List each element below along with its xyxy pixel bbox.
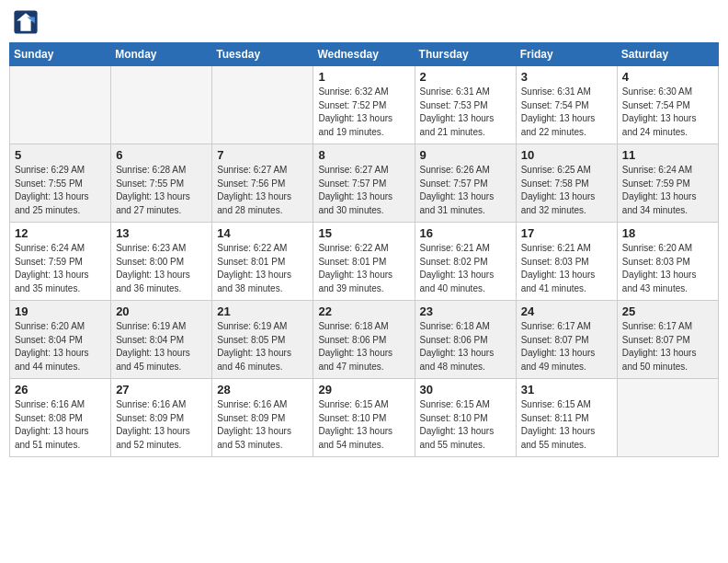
day-info: Sunrise: 6:20 AM Sunset: 8:04 PM Dayligh… (15, 320, 106, 373)
week-row: 1Sunrise: 6:32 AM Sunset: 7:52 PM Daylig… (10, 66, 719, 144)
day-cell (111, 66, 212, 144)
day-number: 4 (622, 70, 713, 84)
day-number: 17 (521, 226, 612, 240)
day-number: 31 (521, 383, 612, 396)
day-number: 14 (217, 226, 308, 240)
day-info: Sunrise: 6:24 AM Sunset: 7:59 PM Dayligh… (15, 242, 106, 295)
day-number: 28 (217, 383, 308, 396)
day-cell: 19Sunrise: 6:20 AM Sunset: 8:04 PM Dayli… (10, 301, 111, 379)
day-info: Sunrise: 6:19 AM Sunset: 8:04 PM Dayligh… (116, 320, 207, 373)
day-number: 6 (116, 148, 207, 162)
day-cell: 1Sunrise: 6:32 AM Sunset: 7:52 PM Daylig… (313, 66, 415, 144)
day-number: 8 (318, 148, 409, 162)
day-number: 30 (420, 383, 511, 396)
day-cell: 20Sunrise: 6:19 AM Sunset: 8:04 PM Dayli… (111, 301, 212, 379)
day-info: Sunrise: 6:32 AM Sunset: 7:52 PM Dayligh… (318, 86, 409, 139)
day-info: Sunrise: 6:21 AM Sunset: 8:02 PM Dayligh… (420, 242, 511, 295)
day-cell: 9Sunrise: 6:26 AM Sunset: 7:57 PM Daylig… (415, 144, 516, 223)
day-cell: 23Sunrise: 6:18 AM Sunset: 8:06 PM Dayli… (415, 301, 516, 379)
day-number: 22 (318, 304, 409, 318)
day-number: 29 (318, 383, 409, 396)
day-number: 27 (116, 383, 207, 396)
day-cell: 18Sunrise: 6:20 AM Sunset: 8:03 PM Dayli… (617, 223, 718, 301)
logo-icon (13, 9, 39, 35)
day-cell: 12Sunrise: 6:24 AM Sunset: 7:59 PM Dayli… (10, 223, 111, 301)
day-info: Sunrise: 6:22 AM Sunset: 8:01 PM Dayligh… (217, 242, 308, 295)
day-cell: 31Sunrise: 6:15 AM Sunset: 8:11 PM Dayli… (516, 379, 617, 457)
day-info: Sunrise: 6:31 AM Sunset: 7:54 PM Dayligh… (521, 86, 612, 139)
day-number: 11 (622, 148, 713, 162)
day-number: 3 (521, 70, 612, 84)
day-number: 7 (217, 148, 308, 162)
day-info: Sunrise: 6:17 AM Sunset: 8:07 PM Dayligh… (622, 320, 713, 373)
day-info: Sunrise: 6:25 AM Sunset: 7:58 PM Dayligh… (521, 164, 612, 217)
day-info: Sunrise: 6:17 AM Sunset: 8:07 PM Dayligh… (521, 320, 612, 373)
day-number: 9 (420, 148, 511, 162)
day-cell: 17Sunrise: 6:21 AM Sunset: 8:03 PM Dayli… (516, 223, 617, 301)
day-info: Sunrise: 6:21 AM Sunset: 8:03 PM Dayligh… (521, 242, 612, 295)
logo (13, 9, 40, 35)
day-info: Sunrise: 6:18 AM Sunset: 8:06 PM Dayligh… (318, 320, 409, 373)
day-cell: 6Sunrise: 6:28 AM Sunset: 7:55 PM Daylig… (111, 144, 212, 223)
day-number: 20 (116, 304, 207, 318)
day-cell: 7Sunrise: 6:27 AM Sunset: 7:56 PM Daylig… (212, 144, 313, 223)
day-info: Sunrise: 6:16 AM Sunset: 8:08 PM Dayligh… (15, 398, 106, 452)
week-row: 26Sunrise: 6:16 AM Sunset: 8:08 PM Dayli… (10, 379, 719, 457)
week-row: 19Sunrise: 6:20 AM Sunset: 8:04 PM Dayli… (10, 301, 719, 379)
day-info: Sunrise: 6:23 AM Sunset: 8:00 PM Dayligh… (116, 242, 207, 295)
day-info: Sunrise: 6:27 AM Sunset: 7:56 PM Dayligh… (217, 164, 308, 217)
day-info: Sunrise: 6:16 AM Sunset: 8:09 PM Dayligh… (217, 398, 308, 452)
day-number: 16 (420, 226, 511, 240)
day-info: Sunrise: 6:28 AM Sunset: 7:55 PM Dayligh… (116, 164, 207, 217)
day-cell: 21Sunrise: 6:19 AM Sunset: 8:05 PM Dayli… (212, 301, 313, 379)
day-cell: 11Sunrise: 6:24 AM Sunset: 7:59 PM Dayli… (617, 144, 718, 223)
day-number: 19 (15, 304, 106, 318)
col-header-thursday: Thursday (415, 43, 516, 66)
day-cell: 14Sunrise: 6:22 AM Sunset: 8:01 PM Dayli… (212, 223, 313, 301)
day-cell: 16Sunrise: 6:21 AM Sunset: 8:02 PM Dayli… (415, 223, 516, 301)
day-cell: 29Sunrise: 6:15 AM Sunset: 8:10 PM Dayli… (313, 379, 415, 457)
day-cell: 27Sunrise: 6:16 AM Sunset: 8:09 PM Dayli… (111, 379, 212, 457)
day-cell (212, 66, 313, 144)
day-info: Sunrise: 6:18 AM Sunset: 8:06 PM Dayligh… (420, 320, 511, 373)
day-cell: 4Sunrise: 6:30 AM Sunset: 7:54 PM Daylig… (617, 66, 718, 144)
day-number: 21 (217, 304, 308, 318)
day-cell: 5Sunrise: 6:29 AM Sunset: 7:55 PM Daylig… (10, 144, 111, 223)
day-info: Sunrise: 6:31 AM Sunset: 7:53 PM Dayligh… (420, 86, 511, 139)
day-cell: 10Sunrise: 6:25 AM Sunset: 7:58 PM Dayli… (516, 144, 617, 223)
day-info: Sunrise: 6:22 AM Sunset: 8:01 PM Dayligh… (318, 242, 409, 295)
header-row: SundayMondayTuesdayWednesdayThursdayFrid… (10, 43, 719, 66)
col-header-tuesday: Tuesday (212, 43, 313, 66)
day-cell: 3Sunrise: 6:31 AM Sunset: 7:54 PM Daylig… (516, 66, 617, 144)
col-header-sunday: Sunday (10, 43, 111, 66)
day-cell (10, 66, 111, 144)
col-header-friday: Friday (516, 43, 617, 66)
day-number: 15 (318, 226, 409, 240)
day-info: Sunrise: 6:29 AM Sunset: 7:55 PM Dayligh… (15, 164, 106, 217)
day-number: 26 (15, 383, 106, 396)
col-header-monday: Monday (111, 43, 212, 66)
day-number: 13 (116, 226, 207, 240)
day-number: 5 (15, 148, 106, 162)
day-info: Sunrise: 6:27 AM Sunset: 7:57 PM Dayligh… (318, 164, 409, 217)
day-cell: 26Sunrise: 6:16 AM Sunset: 8:08 PM Dayli… (10, 379, 111, 457)
day-cell: 15Sunrise: 6:22 AM Sunset: 8:01 PM Dayli… (313, 223, 415, 301)
day-number: 24 (521, 304, 612, 318)
day-cell: 13Sunrise: 6:23 AM Sunset: 8:00 PM Dayli… (111, 223, 212, 301)
col-header-saturday: Saturday (617, 43, 718, 66)
day-cell (617, 379, 718, 457)
day-cell: 30Sunrise: 6:15 AM Sunset: 8:10 PM Dayli… (415, 379, 516, 457)
day-info: Sunrise: 6:19 AM Sunset: 8:05 PM Dayligh… (217, 320, 308, 373)
day-number: 12 (15, 226, 106, 240)
day-info: Sunrise: 6:15 AM Sunset: 8:11 PM Dayligh… (521, 398, 612, 452)
calendar-table: SundayMondayTuesdayWednesdayThursdayFrid… (9, 42, 719, 457)
day-number: 23 (420, 304, 511, 318)
day-info: Sunrise: 6:20 AM Sunset: 8:03 PM Dayligh… (622, 242, 713, 295)
week-row: 12Sunrise: 6:24 AM Sunset: 7:59 PM Dayli… (10, 223, 719, 301)
day-cell: 24Sunrise: 6:17 AM Sunset: 8:07 PM Dayli… (516, 301, 617, 379)
page-header (9, 9, 719, 35)
day-info: Sunrise: 6:24 AM Sunset: 7:59 PM Dayligh… (622, 164, 713, 217)
day-cell: 22Sunrise: 6:18 AM Sunset: 8:06 PM Dayli… (313, 301, 415, 379)
day-number: 2 (420, 70, 511, 84)
day-number: 18 (622, 226, 713, 240)
